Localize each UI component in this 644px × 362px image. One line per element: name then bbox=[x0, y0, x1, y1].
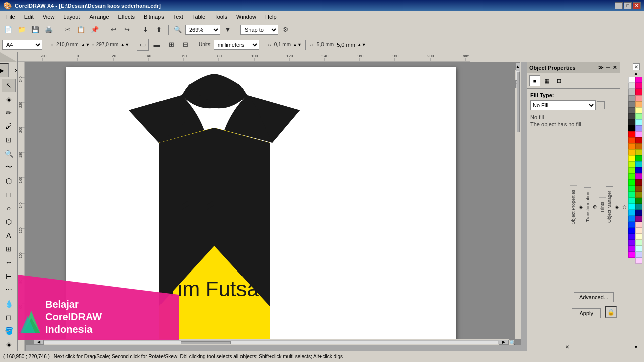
menu-window[interactable]: Window bbox=[232, 13, 260, 21]
shape-tool[interactable]: ◈ bbox=[2, 93, 16, 106]
color-swatch-26[interactable] bbox=[628, 234, 635, 240]
menu-file[interactable]: File bbox=[2, 13, 19, 21]
text-tool[interactable]: A bbox=[2, 229, 16, 242]
color-swatch-13[interactable] bbox=[628, 155, 635, 161]
menu-bitmaps[interactable]: Bitmaps bbox=[140, 13, 168, 21]
color-swatch-36[interactable] bbox=[635, 113, 642, 119]
color-swatch-19[interactable] bbox=[628, 192, 635, 198]
color-swatch-5[interactable] bbox=[628, 107, 635, 113]
fill-uniform-btn[interactable]: ■ bbox=[529, 75, 540, 86]
color-swatch-29[interactable] bbox=[628, 252, 635, 258]
menu-table[interactable]: Table bbox=[188, 13, 209, 21]
panel-expand-icon[interactable]: ≫ bbox=[597, 64, 604, 71]
fill-color-swatch[interactable] bbox=[597, 101, 605, 109]
menu-view[interactable]: View bbox=[39, 13, 59, 21]
tab-transformation[interactable]: Transformation bbox=[584, 187, 591, 226]
height-unit-btn[interactable]: ▲▼ bbox=[120, 42, 129, 47]
no-color-btn[interactable]: ✕ bbox=[633, 63, 640, 70]
color-swatch-58[interactable] bbox=[635, 246, 642, 252]
color-swatch-22[interactable] bbox=[628, 210, 635, 216]
panel-close-icon[interactable]: ✕ bbox=[612, 64, 618, 71]
color-swatch-28[interactable] bbox=[628, 246, 635, 252]
tool-play[interactable]: ▶ bbox=[0, 63, 9, 77]
save-button[interactable]: 💾 bbox=[29, 24, 41, 36]
snap-settings[interactable]: ⚙ bbox=[280, 24, 292, 36]
export-button[interactable]: ⬆ bbox=[153, 24, 165, 36]
color-swatch-38[interactable] bbox=[635, 125, 642, 131]
lock-button[interactable]: 🔒 bbox=[605, 306, 617, 318]
cut-button[interactable]: ✂ bbox=[61, 24, 73, 36]
color-swatch-11[interactable] bbox=[628, 143, 635, 149]
bleed-btn[interactable]: ⊟ bbox=[179, 39, 191, 51]
scroll-thumb[interactable] bbox=[181, 341, 231, 344]
width-unit-btn[interactable]: ▲▼ bbox=[80, 42, 90, 47]
color-swatch-2[interactable] bbox=[628, 89, 635, 95]
color-swatch-12[interactable] bbox=[628, 149, 635, 155]
side-icon-4[interactable]: ◈ bbox=[578, 203, 583, 211]
menu-help[interactable]: Help bbox=[261, 13, 281, 21]
color-swatch-15[interactable] bbox=[628, 167, 635, 173]
color-swatch-39[interactable] bbox=[635, 131, 642, 137]
units-combo[interactable]: millimeters bbox=[214, 40, 259, 50]
scroll-right-btn[interactable]: ▶ bbox=[499, 340, 509, 345]
scroll-left-btn[interactable]: ◀ bbox=[34, 340, 44, 345]
freehand-tool[interactable]: ✏ bbox=[2, 106, 16, 119]
portrait-btn[interactable]: ▭ bbox=[137, 39, 149, 51]
side-icon-3[interactable]: ⊕ bbox=[592, 203, 598, 211]
zoom-dropdown[interactable]: ▼ bbox=[222, 24, 234, 36]
color-swatch-20[interactable] bbox=[628, 198, 635, 204]
paste-button[interactable]: 📌 bbox=[89, 24, 101, 36]
color-swatch-17[interactable] bbox=[628, 179, 635, 186]
tab-object-manager[interactable]: Object Manager bbox=[606, 186, 613, 227]
color-swatch-0[interactable] bbox=[628, 77, 635, 83]
interactive-fill-tool[interactable]: ◈ bbox=[2, 338, 16, 351]
menu-effects[interactable]: Effects bbox=[114, 13, 139, 21]
menu-text[interactable]: Text bbox=[169, 13, 187, 21]
new-button[interactable]: 📄 bbox=[2, 24, 14, 36]
polygon-tool[interactable]: ⬡ bbox=[2, 215, 16, 228]
tool-stop[interactable]: ✕ bbox=[9, 63, 18, 77]
color-swatch-7[interactable] bbox=[628, 119, 635, 125]
eyedropper-tool[interactable]: 💧 bbox=[2, 297, 16, 310]
crop-tool[interactable]: ⊡ bbox=[2, 133, 16, 146]
color-swatch-45[interactable] bbox=[635, 167, 642, 173]
color-swatch-41[interactable] bbox=[635, 143, 642, 149]
color-swatch-24[interactable] bbox=[628, 222, 635, 228]
vertical-scrollbar[interactable]: ▲ ▼ bbox=[515, 62, 521, 339]
color-swatch-30[interactable] bbox=[635, 77, 642, 83]
color-swatch-14[interactable] bbox=[628, 161, 635, 167]
color-swatch-37[interactable] bbox=[635, 119, 642, 125]
fill-type-combo[interactable]: No Fill bbox=[530, 100, 596, 110]
palette-scroll-up[interactable]: ▲ bbox=[634, 71, 638, 76]
color-swatch-46[interactable] bbox=[635, 173, 642, 179]
side-icon-2[interactable]: ◈ bbox=[614, 203, 619, 211]
color-swatch-53[interactable] bbox=[635, 216, 642, 222]
menu-tools[interactable]: Tools bbox=[210, 13, 231, 21]
zoom-tool[interactable]: 🔍 bbox=[2, 147, 16, 160]
color-swatch-47[interactable] bbox=[635, 179, 642, 186]
smart-fill-tool[interactable]: ⬡ bbox=[2, 174, 16, 188]
menu-arrange[interactable]: Arrange bbox=[85, 13, 113, 21]
color-swatch-54[interactable] bbox=[635, 222, 642, 228]
table-tool[interactable]: ⊞ bbox=[2, 242, 16, 255]
color-swatch-50[interactable] bbox=[635, 198, 642, 204]
vscroll-thumb[interactable] bbox=[517, 72, 520, 132]
close-button[interactable]: ✕ bbox=[633, 2, 641, 9]
color-swatch-43[interactable] bbox=[635, 155, 642, 161]
color-swatch-33[interactable] bbox=[635, 95, 642, 101]
canvas-area[interactable]: 240 220 200 180 160 140 120 100 80 60 40… bbox=[18, 62, 527, 351]
scroll-up-btn[interactable]: ▲ bbox=[515, 62, 520, 70]
redo-button[interactable]: ↪ bbox=[121, 24, 133, 36]
nudge-x-btn[interactable]: ▲▼ bbox=[293, 42, 302, 47]
color-swatch-9[interactable] bbox=[628, 131, 635, 137]
color-swatch-18[interactable] bbox=[628, 186, 635, 192]
menu-edit[interactable]: Edit bbox=[20, 13, 38, 21]
curve-tool[interactable]: 〜 bbox=[2, 161, 16, 174]
color-swatch-44[interactable] bbox=[635, 161, 642, 167]
tab-hints[interactable]: Hints bbox=[599, 197, 606, 216]
color-swatch-35[interactable] bbox=[635, 107, 642, 113]
vscroll-track[interactable] bbox=[516, 70, 520, 80]
color-swatch-10[interactable] bbox=[628, 137, 635, 143]
select-tool[interactable]: ↖ bbox=[2, 79, 16, 92]
undo-button[interactable]: ↩ bbox=[107, 24, 119, 36]
